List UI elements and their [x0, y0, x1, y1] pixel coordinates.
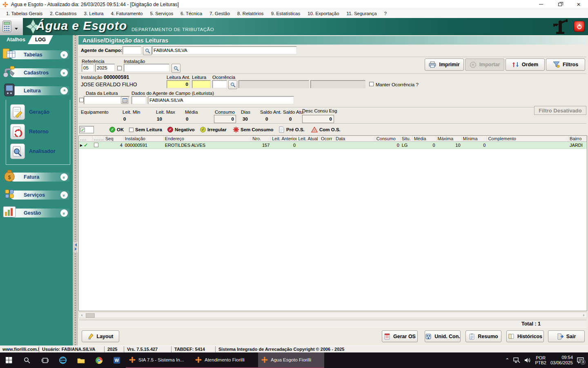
window-title: Agua e Esgoto - Atualizado dia: 26/03/20…	[11, 2, 179, 7]
taskbar-search-button[interactable]	[18, 352, 36, 368]
chevron-down-icon[interactable]: »	[60, 173, 68, 181]
close-button[interactable]: ✕	[569, 0, 588, 9]
menu-tabelas-gerais[interactable]: 1. Tabelas Gerais	[2, 10, 46, 17]
sidebar-item-analisador[interactable]: Analisador	[6, 141, 70, 161]
tray-chevron-up-icon[interactable]: ⌃	[505, 357, 509, 363]
sem-leitura-checkbox[interactable]	[129, 128, 134, 132]
referencia-checkbox[interactable]	[117, 66, 122, 70]
select-all-box[interactable]: ✓	[79, 126, 94, 133]
data-leitura-label: Data da Leitura	[86, 91, 118, 96]
language-indicator[interactable]: POR PTB2	[535, 355, 546, 365]
restore-button[interactable]	[550, 0, 569, 9]
menu-tecnica[interactable]: 6. Técnica	[177, 10, 206, 17]
resumo-button[interactable]: Resumo	[466, 330, 501, 342]
window-titlebar: Agua e Esgoto - Atualizado dia: 26/03/20…	[0, 0, 588, 9]
instalacao-search-button[interactable]	[172, 64, 180, 73]
leitura-input[interactable]	[192, 80, 211, 88]
filtro-desativado-button[interactable]: Filtro Desativado	[534, 106, 586, 115]
scrollbar-thumb[interactable]	[86, 313, 95, 318]
task-sia[interactable]: SIA 7.5 - Sistema In...	[126, 352, 192, 368]
file-explorer-button[interactable]	[72, 352, 90, 368]
ordem-button[interactable]: Ordem	[506, 58, 545, 71]
action-center-button[interactable]: 3	[577, 357, 584, 364]
sidebar-item-geracao[interactable]: Geração	[6, 102, 70, 122]
ocorrencia-code-input[interactable]	[212, 80, 227, 88]
stat-leitmin-label: Leit. Min	[122, 110, 140, 114]
layout-button[interactable]: Layout	[82, 330, 119, 342]
horizontal-scrollbar[interactable]: ‹ ›	[78, 312, 587, 318]
sidebar-group-tabelas[interactable]: Tabelas »	[0, 46, 73, 64]
sidebar-item-retorno[interactable]: Retorno	[6, 122, 70, 141]
chrome-button[interactable]	[90, 352, 108, 368]
sidebar-group-gestao[interactable]: Gestão »	[0, 204, 73, 222]
power-button[interactable]	[574, 21, 585, 32]
task-agua-esgoto[interactable]: Agua Esgoto Fiorilli	[258, 352, 324, 368]
unid-con-button[interactable]: Unid. Con.	[425, 330, 461, 342]
banner-dropdown-caret[interactable]	[15, 28, 18, 30]
calculator-icon[interactable]	[2, 20, 12, 33]
tab-log[interactable]: LOG	[28, 35, 53, 44]
menu-gestao[interactable]: 7. Gestão	[206, 10, 234, 17]
leitura-anterior-input[interactable]	[167, 80, 190, 88]
col-data: Data	[334, 136, 375, 141]
agente-code-input[interactable]	[122, 46, 141, 54]
stat-dias-label: Dias	[241, 110, 250, 114]
chevron-down-icon[interactable]: »	[60, 69, 68, 76]
row-checkbox[interactable]	[94, 143, 98, 147]
chevron-down-icon[interactable]: »	[60, 51, 68, 58]
tab-atalhos[interactable]: Atalhos	[7, 37, 25, 43]
agente-name-field[interactable]	[152, 46, 297, 54]
word-button[interactable]: W	[108, 352, 126, 368]
agente-search-button[interactable]	[143, 46, 152, 55]
task-atendimento[interactable]: Atendimento Fiorilli	[192, 352, 258, 368]
sidebar-group-cadastros[interactable]: Cadastros »	[0, 64, 73, 82]
minimize-button[interactable]	[532, 0, 550, 9]
instalacao-busca-input[interactable]	[124, 64, 169, 72]
internet-explorer-button[interactable]	[54, 352, 72, 368]
data-leitura-checkbox[interactable]	[79, 98, 84, 102]
calendar-button[interactable]	[121, 96, 129, 104]
referencia-month-input[interactable]	[82, 64, 94, 72]
ocorrencia-extra-field	[310, 80, 365, 88]
gerar-os-button[interactable]: Gerar OS	[382, 330, 418, 342]
col-bairro: Bairro	[568, 136, 587, 141]
menu-seguranca[interactable]: 11. Segurança	[343, 10, 381, 17]
sair-button[interactable]: Sair	[548, 330, 585, 342]
ocorrencia-search-button[interactable]	[228, 80, 237, 89]
menu-leitura[interactable]: 3. Leitura	[80, 10, 107, 17]
cell-bairro: JARDI	[568, 142, 587, 148]
speaker-icon[interactable]	[524, 357, 531, 363]
leiturista-code-input[interactable]	[131, 96, 146, 104]
scroll-left-arrow[interactable]: ‹	[79, 312, 85, 318]
imprimir-button[interactable]: Imprimir	[425, 58, 464, 71]
menu-exportacao[interactable]: 10. Exportação	[304, 10, 343, 17]
scroll-right-arrow[interactable]: ›	[581, 312, 587, 318]
filtros-button[interactable]: Filtros	[546, 58, 585, 71]
importar-button[interactable]: Importar	[465, 58, 504, 71]
task-view-button[interactable]	[36, 352, 54, 368]
start-button[interactable]	[0, 352, 18, 368]
table-row[interactable]: ▶ ✓ 4 000000591 EROTILDES ALVES 157 0 0 …	[79, 142, 587, 149]
sidebar-group-leitura[interactable]: Leitura »	[0, 82, 73, 100]
menu-cadastros[interactable]: 2. Cadastros	[46, 10, 80, 17]
menu-help[interactable]: ?	[381, 10, 390, 17]
referencia-year-input[interactable]	[95, 64, 115, 72]
menu-servicos[interactable]: 5. Serviços	[146, 10, 177, 17]
sidebar-splitter[interactable]	[73, 35, 78, 346]
chevron-down-icon[interactable]: »	[60, 191, 68, 199]
sidebar-group-fatura[interactable]: $ Fatura »	[0, 168, 73, 186]
clock[interactable]: 09:54 03/06/2025	[550, 355, 573, 366]
leiturista-name-field[interactable]	[148, 96, 294, 104]
network-icon[interactable]	[513, 357, 520, 363]
historicos-button[interactable]: Históricos	[506, 330, 544, 342]
status-year: 2025	[105, 346, 125, 352]
sidebar-group-servicos[interactable]: Serviços »	[0, 186, 73, 204]
menu-estatisticas[interactable]: 9. Estatísticas	[267, 10, 304, 17]
col-select: ......	[93, 136, 104, 141]
manter-ocorrencia-checkbox[interactable]	[369, 82, 374, 86]
menu-faturamento[interactable]: 4. Faturamento	[107, 10, 146, 17]
menu-relatorios[interactable]: 8. Relatórios	[234, 10, 267, 17]
chevron-up-icon[interactable]: »	[60, 87, 68, 94]
chevron-down-icon[interactable]: »	[60, 209, 68, 217]
app-window-icon	[2, 2, 8, 7]
